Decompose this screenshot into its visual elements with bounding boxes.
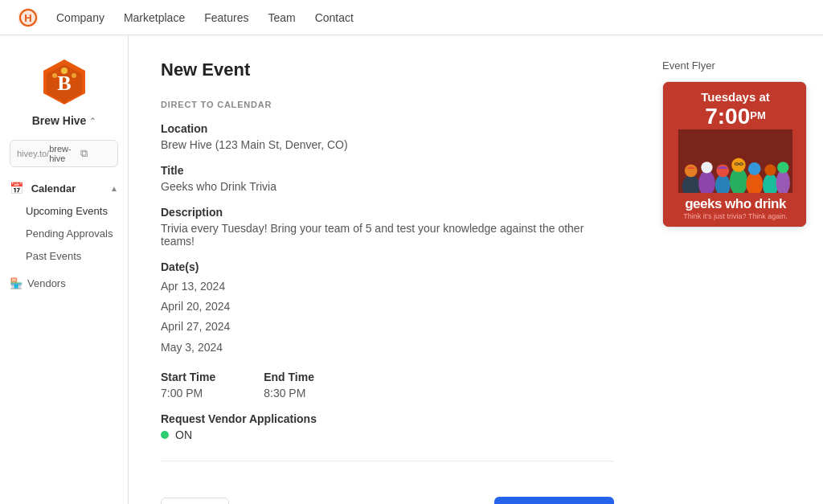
svg-point-26	[777, 162, 788, 173]
back-button[interactable]: ← Back	[161, 498, 229, 504]
vendor-field: Request Vendor Applications ON	[161, 412, 614, 441]
vendors-icon: 🏪	[10, 277, 23, 289]
nav-marketplace[interactable]: Marketplace	[124, 11, 185, 24]
date-1: Apr 13, 2024	[161, 277, 614, 297]
description-field: Description Trivia every Tuesday! Bring …	[161, 206, 614, 248]
top-navigation: H Company Marketplace Features Team Cont…	[0, 0, 823, 35]
svg-point-22	[748, 162, 761, 175]
flyer-crowd-illustration	[663, 129, 807, 193]
time-row: Start Time 7:00 PM End Time 8:30 PM	[161, 371, 614, 400]
direct-to-calendar-label: DIRECT TO CALENDAR	[161, 100, 614, 109]
date-2: April 20, 2024	[161, 297, 614, 317]
right-panel: Event Flyer Tuesdays at 7:00PM	[646, 35, 823, 504]
brand-name[interactable]: Brew Hive ⌃	[13, 114, 115, 127]
svg-text:B: B	[57, 72, 71, 95]
sidebar-item-vendors[interactable]: 🏪 Vendors	[0, 271, 128, 296]
sidebar-brand: B Brew Hive ⌃	[0, 48, 128, 140]
location-field: Location Brew Hive (123 Main St, Denver,…	[161, 122, 614, 151]
vendor-label: Request Vendor Applications	[161, 412, 614, 425]
end-time-value: 8:30 PM	[264, 387, 314, 400]
svg-point-7	[52, 73, 57, 78]
event-flyer: Tuesdays at 7:00PM	[662, 81, 807, 227]
svg-text:H: H	[24, 12, 31, 24]
calendar-section: 📅 Calendar ▲ Upcoming Events Pending App…	[0, 177, 128, 268]
vendor-status-text: ON	[175, 428, 192, 441]
save-draft-button[interactable]: Save as Draft →	[494, 497, 614, 504]
title-value: Geeks who Drink Trivia	[161, 180, 614, 193]
nav-features[interactable]: Features	[204, 11, 248, 24]
title-field: Title Geeks who Drink Trivia	[161, 164, 614, 193]
end-time-label: End Time	[264, 371, 314, 383]
vendor-status-row: ON	[161, 428, 614, 441]
description-value: Trivia every Tuesday! Bring your team of…	[161, 222, 614, 248]
flyer-time: 7:00	[705, 104, 750, 129]
sidebar-item-past-events[interactable]: Past Events	[3, 245, 125, 267]
brand-chevron-icon: ⌃	[89, 117, 96, 125]
nav-company[interactable]: Company	[56, 11, 104, 24]
date-3: April 27, 2024	[161, 317, 614, 337]
main-content: New Event DIRECT TO CALENDAR Location Br…	[129, 35, 646, 504]
flyer-tagline: Think it's just trivia? Think again.	[669, 212, 801, 220]
dates-field: Date(s) Apr 13, 2024 April 20, 2024 Apri…	[161, 260, 614, 358]
page-title: New Event	[161, 59, 614, 80]
action-divider	[161, 461, 614, 461]
end-time-field: End Time 8:30 PM	[264, 371, 314, 400]
location-value: Brew Hive (123 Main St, Denver, CO)	[161, 138, 614, 151]
brand-logo-icon[interactable]: H	[16, 6, 40, 30]
vendor-on-indicator	[161, 431, 169, 439]
sidebar-slug: hivey.to/ brew-hive ⧉	[10, 140, 118, 167]
svg-point-8	[72, 73, 76, 78]
calendar-section-header[interactable]: 📅 Calendar ▲	[0, 177, 128, 199]
sidebar-item-upcoming-events[interactable]: Upcoming Events	[3, 200, 125, 222]
nav-contact[interactable]: Contact	[315, 11, 354, 24]
sidebar: B Brew Hive ⌃ hivey.to/ brew-hive ⧉	[0, 35, 129, 504]
svg-point-24	[764, 164, 776, 175]
flyer-time-suffix: PM	[750, 109, 766, 121]
calendar-chevron-icon: ▲	[110, 184, 118, 193]
nav-links: Company Marketplace Features Team Contac…	[56, 11, 354, 24]
flyer-label: Event Flyer	[662, 59, 807, 72]
dates-label: Date(s)	[161, 260, 614, 273]
action-bar: ← Back Save as Draft →	[161, 481, 614, 504]
location-label: Location	[161, 122, 614, 135]
flyer-title-line1: Tuesdays at	[669, 90, 801, 104]
description-label: Description	[161, 206, 614, 219]
nav-team[interactable]: Team	[268, 11, 295, 24]
sidebar-item-pending-approvals[interactable]: Pending Approvals	[3, 223, 125, 244]
svg-point-15	[716, 164, 729, 177]
calendar-icon: 📅	[10, 182, 23, 195]
flyer-brand: geeks who drink	[669, 196, 801, 212]
dates-list: Apr 13, 2024 April 20, 2024 April 27, 20…	[161, 277, 614, 358]
start-time-value: 7:00 PM	[161, 387, 215, 400]
svg-point-13	[701, 162, 712, 173]
svg-point-17	[731, 158, 745, 172]
svg-point-11	[685, 164, 698, 177]
start-time-field: Start Time 7:00 PM	[161, 371, 215, 400]
flyer-image: Tuesdays at 7:00PM	[663, 82, 807, 227]
start-time-label: Start Time	[161, 371, 215, 383]
svg-point-6	[61, 68, 68, 74]
date-4: May 3, 2024	[161, 338, 614, 358]
brand-hex-logo: B	[39, 56, 90, 108]
title-label: Title	[161, 164, 614, 177]
copy-icon[interactable]: ⧉	[80, 147, 111, 160]
